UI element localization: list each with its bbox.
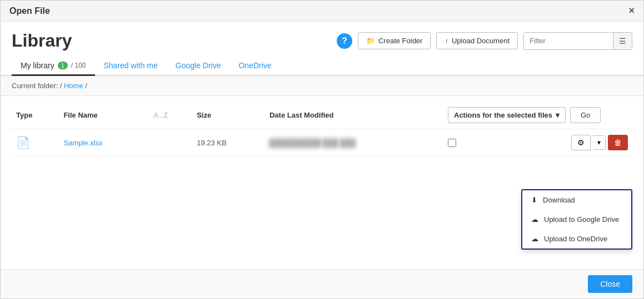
tab-google-drive-label: Google Drive (176, 61, 221, 70)
google-drive-upload-label: Upload to Google Drive (544, 215, 619, 224)
breadcrumb-separator: / (60, 82, 64, 90)
upload-icon: ↑ (445, 37, 448, 45)
download-icon: ⬇ (531, 196, 537, 204)
folder-icon: 📁 (366, 37, 375, 45)
cell-az (149, 129, 192, 156)
gear-button[interactable]: ⚙ (571, 135, 591, 150)
modal-close-icon[interactable]: × (628, 5, 635, 17)
filter-input-wrap: ☰ (523, 32, 632, 50)
row-checkbox[interactable] (448, 139, 456, 147)
col-az: A...Z (149, 102, 192, 129)
tab-my-library-badge: 1 (58, 62, 68, 69)
close-button[interactable]: Close (588, 275, 632, 293)
create-folder-label: Create Folder (378, 37, 422, 45)
dropdown-item-onedrive[interactable]: ☁ Upload to OneDrive (522, 229, 631, 249)
breadcrumb-home[interactable]: Home (64, 82, 83, 90)
tab-my-library-label: My library (21, 61, 54, 70)
top-section: Library ? 📁 Create Folder ↑ Upload Docum… (1, 22, 643, 51)
actions-dropdown[interactable]: Actions for the selected files ▾ (448, 107, 566, 123)
upload-document-label: Upload Document (452, 37, 510, 45)
modal-footer: Close (1, 269, 643, 298)
col-type: Type (12, 102, 59, 129)
page-title: Library (12, 31, 72, 51)
tab-my-library[interactable]: My library 1 / 100 (12, 57, 95, 76)
col-size: Size (192, 102, 265, 129)
file-type-icon: 📄 (16, 136, 30, 149)
cell-date-value: ██████████ ███ ███ (269, 139, 356, 147)
breadcrumb: Current folder: / Home / (1, 76, 643, 96)
help-icon[interactable]: ? (337, 33, 352, 49)
breadcrumb-end-slash: / (85, 82, 87, 90)
tab-google-drive[interactable]: Google Drive (167, 57, 230, 76)
row-actions: ⚙ ▾ 🗑 (448, 135, 628, 150)
upload-document-button[interactable]: ↑ Upload Document (436, 32, 518, 49)
file-name-link[interactable]: Sample.xlsx (63, 139, 102, 147)
tab-onedrive-label: OneDrive (238, 61, 271, 70)
caret-button[interactable]: ▾ (593, 135, 606, 150)
dropdown-caret-icon: ▾ (556, 111, 560, 119)
modal-title: Open File (9, 6, 50, 16)
modal-body: Library ? 📁 Create Folder ↑ Upload Docum… (1, 22, 643, 269)
onedrive-upload-label: Upload to OneDrive (544, 235, 607, 243)
actions-label: Actions for the selected files (454, 111, 552, 119)
col-filename: File Name (59, 102, 149, 129)
onedrive-upload-icon: ☁ (531, 235, 538, 243)
file-table: Type File Name A...Z Size Date Last Modi… (12, 102, 632, 156)
col-actions: Actions for the selected files ▾ Go (443, 102, 632, 129)
top-actions: ? 📁 Create Folder ↑ Upload Document ☰ (337, 32, 632, 50)
modal: Open File × Library ? 📁 Create Folder ↑ … (0, 0, 644, 299)
cell-type: 📄 (12, 129, 59, 156)
tab-shared-with-me-label: Shared with me (104, 61, 158, 70)
cell-size: 19.23 KB (192, 129, 265, 156)
dropdown-item-google-drive[interactable]: ☁ Upload to Google Drive (522, 210, 631, 229)
dropdown-menu: ⬇ Download ☁ Upload to Google Drive ☁ Up… (521, 189, 632, 250)
cell-row-actions: ⚙ ▾ 🗑 (443, 129, 632, 156)
delete-button[interactable]: 🗑 (608, 135, 628, 150)
dropdown-item-download[interactable]: ⬇ Download (522, 190, 631, 210)
table-header-row: Type File Name A...Z Size Date Last Modi… (12, 102, 632, 129)
breadcrumb-prefix: Current folder: (12, 82, 58, 90)
google-drive-upload-icon: ☁ (531, 215, 538, 224)
create-folder-button[interactable]: 📁 Create Folder (358, 32, 431, 49)
go-button[interactable]: Go (570, 107, 601, 123)
tab-my-library-count: / 100 (71, 62, 86, 69)
col-date: Date Last Modified (265, 102, 443, 129)
modal-header: Open File × (1, 1, 643, 22)
tab-onedrive[interactable]: OneDrive (229, 57, 280, 76)
tabs-section: My library 1 / 100 Shared with me Google… (1, 51, 643, 76)
filter-input[interactable] (524, 33, 613, 49)
actions-header: Actions for the selected files ▾ Go (448, 107, 628, 123)
download-label: Download (543, 196, 575, 204)
cell-filename: Sample.xlsx (59, 129, 149, 156)
cell-date: ██████████ ███ ███ (265, 129, 443, 156)
table-row: 📄 Sample.xlsx 19.23 KB ██████████ ███ ██… (12, 129, 632, 156)
tab-shared-with-me[interactable]: Shared with me (95, 57, 167, 76)
filter-icon-button[interactable]: ☰ (613, 33, 632, 49)
